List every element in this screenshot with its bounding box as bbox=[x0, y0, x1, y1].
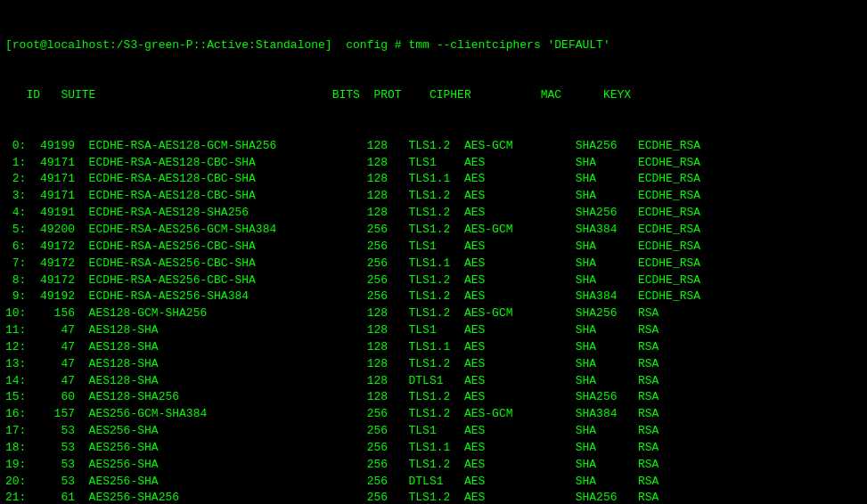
command-prompt: [root@localhost:/S3-green-P::Active:Stan… bbox=[5, 37, 862, 54]
cipher-row-10: 10: 156 AES128-GCM-SHA256 128 TLS1.2 AES… bbox=[5, 305, 862, 322]
cipher-row-19: 19: 53 AES256-SHA 256 TLS1.2 AES SHA RSA bbox=[5, 457, 862, 474]
cipher-row-3: 3: 49171 ECDHE-RSA-AES128-CBC-SHA 128 TL… bbox=[5, 188, 862, 205]
cipher-row-13: 13: 47 AES128-SHA 128 TLS1.2 AES SHA RSA bbox=[5, 356, 862, 373]
cipher-row-21: 21: 61 AES256-SHA256 256 TLS1.2 AES SHA2… bbox=[5, 490, 862, 504]
cipher-row-12: 12: 47 AES128-SHA 128 TLS1.1 AES SHA RSA bbox=[5, 339, 862, 356]
cipher-row-4: 4: 49191 ECDHE-RSA-AES128-SHA256 128 TLS… bbox=[5, 205, 862, 222]
cipher-row-2: 2: 49171 ECDHE-RSA-AES128-CBC-SHA 128 TL… bbox=[5, 171, 862, 188]
cipher-row-5: 5: 49200 ECDHE-RSA-AES256-GCM-SHA384 256… bbox=[5, 222, 862, 239]
cipher-row-15: 15: 60 AES128-SHA256 128 TLS1.2 AES SHA2… bbox=[5, 389, 862, 406]
cipher-row-20: 20: 53 AES256-SHA 256 DTLS1 AES SHA RSA bbox=[5, 474, 862, 491]
terminal-window: [root@localhost:/S3-green-P::Active:Stan… bbox=[0, 0, 867, 504]
cipher-row-6: 6: 49172 ECDHE-RSA-AES256-CBC-SHA 256 TL… bbox=[5, 239, 862, 256]
column-header: ID SUITE BITS PROT CIPHER MAC KEYX bbox=[5, 87, 862, 104]
cipher-row-1: 1: 49171 ECDHE-RSA-AES128-CBC-SHA 128 TL… bbox=[5, 155, 862, 172]
cipher-row-0: 0: 49199 ECDHE-RSA-AES128-GCM-SHA256 128… bbox=[5, 138, 862, 155]
cipher-row-18: 18: 53 AES256-SHA 256 TLS1.1 AES SHA RSA bbox=[5, 440, 862, 457]
cipher-row-14: 14: 47 AES128-SHA 128 DTLS1 AES SHA RSA bbox=[5, 373, 862, 390]
cipher-row-7: 7: 49172 ECDHE-RSA-AES256-CBC-SHA 256 TL… bbox=[5, 256, 862, 272]
cipher-row-11: 11: 47 AES128-SHA 128 TLS1 AES SHA RSA bbox=[5, 322, 862, 339]
cipher-row-16: 16: 157 AES256-GCM-SHA384 256 TLS1.2 AES… bbox=[5, 406, 862, 423]
cipher-row-9: 9: 49192 ECDHE-RSA-AES256-SHA384 256 TLS… bbox=[5, 289, 862, 305]
cipher-row-8: 8: 49172 ECDHE-RSA-AES256-CBC-SHA 256 TL… bbox=[5, 272, 862, 289]
cipher-row-17: 17: 53 AES256-SHA 256 TLS1 AES SHA RSA bbox=[5, 423, 862, 440]
cipher-rows: 0: 49199 ECDHE-RSA-AES128-GCM-SHA256 128… bbox=[5, 138, 862, 504]
